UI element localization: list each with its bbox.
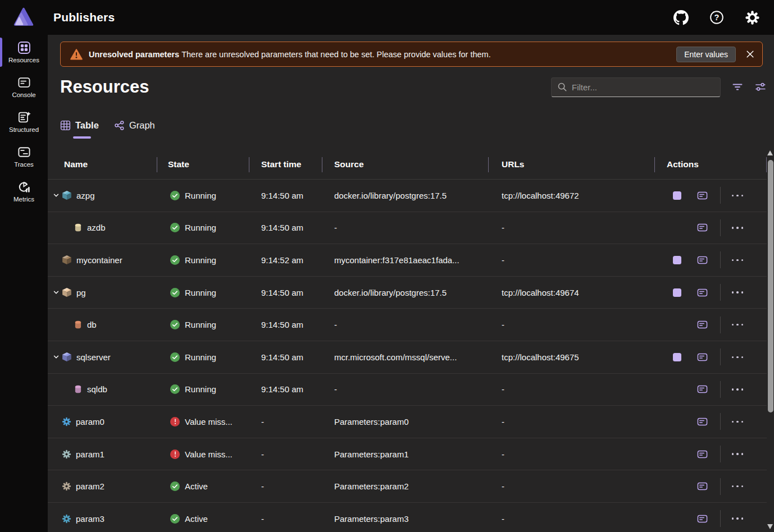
source-text: Parameters:param3 — [334, 514, 409, 524]
stop-button[interactable] — [673, 353, 681, 361]
scroll-down-arrow[interactable] — [767, 524, 773, 529]
resource-name[interactable]: db — [87, 320, 97, 329]
column-options-icon[interactable] — [754, 81, 767, 93]
resource-name[interactable]: param1 — [76, 450, 104, 459]
sidebar-item-structured[interactable]: Structured — [0, 104, 48, 139]
sidebar-item-label: Traces — [14, 161, 34, 168]
table-row[interactable]: azpg Running 9:14:50 am docker.io/librar… — [48, 180, 767, 212]
url-link[interactable]: - — [502, 450, 504, 459]
tab-graph[interactable]: Graph — [114, 116, 155, 139]
console-logs-button[interactable] — [697, 513, 708, 524]
state-label: Running — [185, 352, 216, 362]
console-logs-button[interactable] — [697, 384, 708, 395]
help-icon[interactable]: ? — [709, 10, 724, 25]
chevron-down-icon[interactable] — [51, 289, 62, 296]
more-actions-button[interactable] — [729, 224, 746, 231]
console-logs-button[interactable] — [697, 222, 708, 233]
sidebar-item-traces[interactable]: Traces — [0, 139, 48, 174]
more-actions-button[interactable] — [729, 515, 746, 522]
table-row[interactable]: mycontainer Running 9:14:52 am mycontain… — [48, 244, 767, 277]
more-actions-button[interactable] — [729, 354, 746, 361]
enter-values-button[interactable]: Enter values — [676, 47, 736, 62]
resource-name[interactable]: azdb — [87, 223, 106, 232]
start-time: 9:14:50 am — [261, 320, 303, 329]
tab-table[interactable]: Table — [60, 116, 99, 139]
more-actions-button[interactable] — [729, 483, 746, 490]
table-row[interactable]: db Running 9:14:50 am - - — [48, 309, 767, 341]
start-time: 9:14:52 am — [261, 255, 303, 265]
github-icon[interactable] — [673, 10, 689, 25]
resource-type-icon — [62, 450, 71, 459]
source-text: Parameters:param0 — [334, 417, 409, 426]
console-logs-button[interactable] — [697, 481, 708, 492]
table-row[interactable]: sqlserver Running 9:14:50 am mcr.microso… — [48, 341, 767, 374]
chevron-down-icon[interactable] — [51, 192, 62, 199]
resource-name[interactable]: pg — [76, 288, 86, 297]
url-link[interactable]: tcp://localhost:49675 — [502, 352, 579, 362]
scroll-up-arrow[interactable] — [767, 150, 773, 155]
table-row[interactable]: param2 Active - Parameters:param2 - — [48, 470, 767, 503]
resource-name[interactable]: azpg — [76, 191, 95, 200]
more-actions-button[interactable] — [729, 386, 746, 393]
console-logs-button[interactable] — [697, 416, 708, 427]
table-row[interactable]: pg Running 9:14:50 am docker.io/library/… — [48, 277, 767, 309]
table-row[interactable]: param0 Value miss... - Parameters:param0… — [48, 406, 767, 438]
filter-icon[interactable] — [731, 81, 744, 93]
resource-name[interactable]: param2 — [76, 481, 104, 491]
url-link[interactable]: - — [502, 255, 504, 265]
console-logs-button[interactable] — [697, 449, 708, 460]
resource-name[interactable]: param3 — [76, 514, 104, 524]
resource-name[interactable]: sqldb — [87, 384, 107, 394]
console-icon — [17, 76, 31, 89]
sidebar-item-resources[interactable]: Resources — [0, 35, 48, 70]
resource-name[interactable]: param0 — [76, 417, 104, 426]
console-logs-button[interactable] — [697, 319, 708, 330]
more-actions-button[interactable] — [729, 322, 746, 328]
more-actions-button[interactable] — [729, 419, 746, 425]
url-link[interactable]: tcp://localhost:49674 — [502, 288, 579, 297]
resource-name[interactable]: sqlserver — [76, 352, 111, 362]
url-link[interactable]: - — [502, 481, 504, 491]
table-row[interactable]: param1 Value miss... - Parameters:param1… — [48, 438, 767, 471]
url-link[interactable]: - — [502, 417, 504, 426]
status-ok-icon — [170, 481, 180, 491]
console-logs-button[interactable] — [697, 255, 708, 265]
more-actions-button[interactable] — [729, 289, 746, 296]
url-link[interactable]: - — [502, 514, 504, 524]
sidebar-item-metrics[interactable]: Metrics — [0, 174, 48, 209]
column-header-state: State — [157, 150, 249, 179]
stop-button[interactable] — [673, 191, 681, 200]
console-logs-button[interactable] — [697, 190, 708, 201]
table-row[interactable]: azdb Running 9:14:50 am - - — [48, 212, 767, 245]
settings-gear-icon[interactable] — [745, 10, 760, 25]
more-actions-button[interactable] — [729, 192, 746, 199]
state-label: Running — [185, 320, 216, 329]
sidebar-item-label: Metrics — [13, 196, 34, 203]
more-actions-button[interactable] — [729, 451, 746, 457]
more-actions-button[interactable] — [729, 257, 746, 264]
warning-banner: Unresolved parametersThere are unresolve… — [60, 42, 763, 67]
stop-button[interactable] — [673, 288, 681, 297]
stop-button[interactable] — [673, 256, 681, 264]
table-row[interactable]: sqldb Running 9:14:50 am - - — [48, 374, 767, 406]
url-link[interactable]: - — [502, 384, 504, 394]
sidebar-item-console[interactable]: Console — [0, 70, 48, 104]
main-content: Unresolved parametersThere are unresolve… — [48, 35, 774, 532]
resource-name[interactable]: mycontainer — [76, 255, 122, 265]
url-link[interactable]: tcp://localhost:49672 — [502, 191, 579, 200]
close-icon[interactable] — [745, 49, 755, 59]
top-bar: Publishers ? — [0, 0, 774, 35]
tab-label: Graph — [129, 120, 155, 131]
divider — [720, 413, 721, 430]
divider — [720, 219, 721, 236]
aspire-logo[interactable] — [12, 6, 35, 29]
filter-input[interactable] — [572, 82, 714, 92]
url-link[interactable]: - — [502, 223, 504, 232]
chevron-down-icon[interactable] — [51, 354, 62, 360]
table-row[interactable]: param3 Active - Parameters:param3 - — [48, 503, 767, 532]
scroll-thumb[interactable] — [768, 160, 773, 412]
scrollbar[interactable] — [767, 149, 774, 532]
console-logs-button[interactable] — [697, 287, 708, 298]
console-logs-button[interactable] — [697, 352, 708, 363]
url-link[interactable]: - — [502, 320, 504, 329]
